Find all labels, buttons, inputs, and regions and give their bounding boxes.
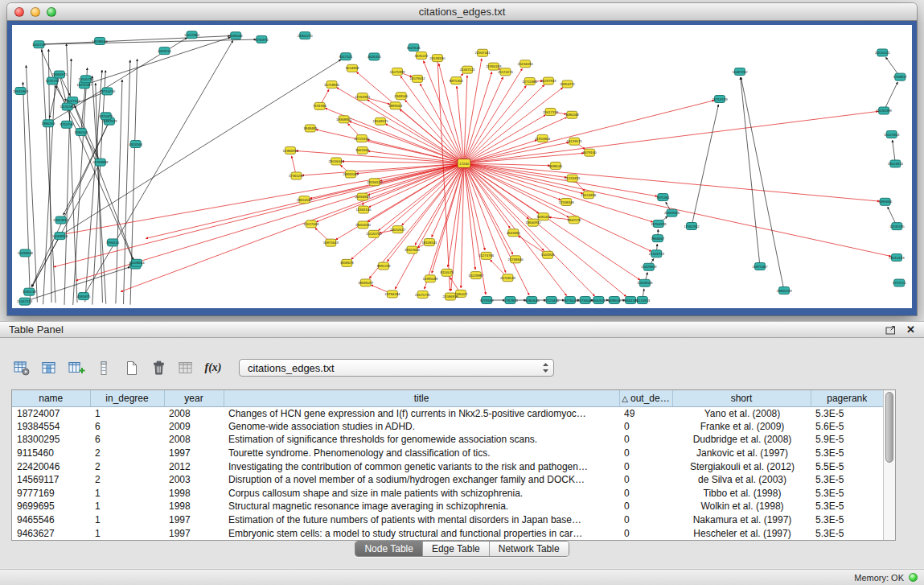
zoom-window-button[interactable] [47,7,56,17]
graph-node[interactable]: 3595138 [23,288,36,295]
graph-node[interactable]: 8114073 [441,269,454,276]
graph-node[interactable]: 13229987 [468,272,484,279]
graph-node[interactable]: 20789888 [92,159,109,166]
graph-node[interactable]: 5505923 [541,251,555,258]
column-header-short[interactable]: short [672,390,811,406]
table-cell[interactable]: 2012 [164,459,224,473]
graph-node[interactable]: 19784284 [384,290,400,298]
table-cell[interactable]: 1998 [164,487,224,501]
table-cell[interactable]: 2 [90,473,164,487]
graph-node[interactable]: 18764978 [651,220,667,228]
column-header-in-degree[interactable]: in_degree [90,390,164,406]
table-cell[interactable]: 2 [90,447,164,460]
table-cell[interactable]: Estimation of significance thresholds fo… [224,433,619,447]
table-cell[interactable]: 6 [90,433,164,447]
graph-node[interactable]: 6735970 [255,35,269,43]
table-cell[interactable]: 1 [90,513,164,527]
table-row[interactable]: 977716911998Corpus callosum shape and si… [12,487,883,501]
table-cell[interactable]: 0 [619,500,672,513]
graph-node[interactable]: 13501735 [78,76,94,83]
graph-node[interactable]: 25875467 [752,263,768,270]
graph-node[interactable]: 7866667 [651,235,664,242]
graph-node[interactable]: 21768846 [508,256,524,263]
graph-node[interactable]: 15008664 [129,259,145,266]
table-cell[interactable]: 19384554 [12,420,90,434]
graph-node[interactable]: 11155589 [60,103,75,110]
graph-node[interactable]: 20661181 [623,297,639,304]
graph-node[interactable]: 8529146 [407,43,421,51]
graph-node[interactable]: 19615903 [13,88,29,95]
table-cell[interactable]: Tourette syndrome. Phenomenology and cla… [224,447,619,460]
tab-node-table[interactable]: Node Table [355,542,422,556]
graph-node[interactable]: 3596566 [229,32,243,39]
graph-node[interactable]: 17365287 [289,172,305,179]
graph-node[interactable]: 20714139 [712,96,728,103]
graph-node[interactable]: 20708149 [500,274,516,282]
graph-node[interactable]: 21586918 [442,293,458,300]
table-cell[interactable]: Yano et al. (2008) [672,406,811,420]
table-cell[interactable]: 9465546 [12,513,90,527]
table-cell[interactable]: 49 [619,406,672,420]
table-cell[interactable]: Nakamura et al. (1997) [672,513,811,527]
graph-node[interactable]: 19710230 [100,88,116,95]
graph-node[interactable]: 12767833 [503,297,519,304]
table-cell[interactable]: Wolkin et al. (1998) [672,500,811,513]
graph-node[interactable]: 20666975 [51,71,68,78]
table-cell[interactable]: Jankovic et al. (1997) [672,447,811,460]
table-row[interactable]: 1938455462009Genome-wide association stu… [12,420,883,434]
graph-node[interactable]: 11535595 [889,223,905,230]
table-cell[interactable]: 1 [90,526,164,540]
graph-node[interactable]: 8942578 [567,216,581,224]
table-cell[interactable]: Stergiakouli et al. (2012) [672,459,811,473]
graph-node[interactable]: 10875643 [323,239,339,246]
create-column-button[interactable] [65,357,88,378]
table-cell[interactable]: Estimation of the future numbers of pati… [224,513,619,527]
table-cell[interactable]: 0 [619,526,672,540]
table-mode-button[interactable] [10,357,33,378]
graph-node[interactable]: 3095061 [536,213,550,220]
graph-node[interactable]: 24832063 [343,171,359,178]
table-cell[interactable]: 0 [619,459,672,473]
graph-node[interactable]: 16360646 [524,297,540,304]
tab-network-table[interactable]: Network Table [489,542,569,556]
table-cell[interactable]: 9699695 [12,500,90,513]
graph-node[interactable]: 6370479 [99,113,113,120]
graph-node[interactable]: 4643480 [507,229,520,237]
table-row[interactable]: 969969511998Structural magnetic resonanc… [12,500,883,513]
table-cell[interactable]: 0 [619,473,672,487]
graph-node[interactable]: 10395089 [422,275,438,282]
table-cell[interactable]: 5.3E-5 [811,500,883,513]
graph-node[interactable]: 4626350 [368,53,381,60]
graph-node[interactable]: 12017008 [303,220,319,228]
table-cell[interactable]: 0 [619,433,672,447]
table-cell[interactable]: 2 [90,459,164,473]
graph-node[interactable]: 1386163 [42,120,55,127]
graph-node[interactable]: 8720706 [60,121,74,128]
graph-node[interactable]: 8875304 [450,77,463,84]
graph-node[interactable]: 22723156 [354,135,370,142]
network-canvas[interactable]: 1961590318338644140375037394114204989481… [12,25,912,308]
graph-node[interactable]: 21614836 [581,192,597,199]
graph-node[interactable]: 6768817 [893,73,907,80]
table-cell[interactable]: 0 [619,513,672,527]
vertical-scrollbar[interactable] [883,390,895,540]
table-cell[interactable]: 1997 [164,513,224,527]
graph-node[interactable]: 23902270 [298,32,314,39]
network-window-titlebar[interactable]: citations_edges.txt [7,3,917,21]
function-builder-button[interactable]: f(x) [202,357,224,378]
graph-node[interactable]: 10579052 [409,75,425,82]
table-cell[interactable]: 5.5E-5 [811,459,883,473]
table-cell[interactable]: 18300295 [12,433,90,447]
graph-node[interactable]: 7394114 [106,239,120,246]
graph-node[interactable]: 9061663 [355,146,369,154]
table-cell[interactable]: Dudbridge et al. (2008) [672,433,811,447]
graph-node[interactable]: 18056580 [355,221,372,229]
table-cell[interactable]: 22420046 [12,459,90,473]
table-cell[interactable]: 18724007 [12,406,90,420]
table-cell[interactable]: 5.3E-5 [811,406,883,420]
import-table-button[interactable] [175,357,197,378]
graph-node[interactable]: 22437221 [460,66,476,73]
graph-node[interactable]: 19322660 [405,246,421,253]
graph-node[interactable]: 3014839 [346,64,359,72]
table-cell[interactable]: Corpus callosum shape and size in male p… [224,487,619,501]
